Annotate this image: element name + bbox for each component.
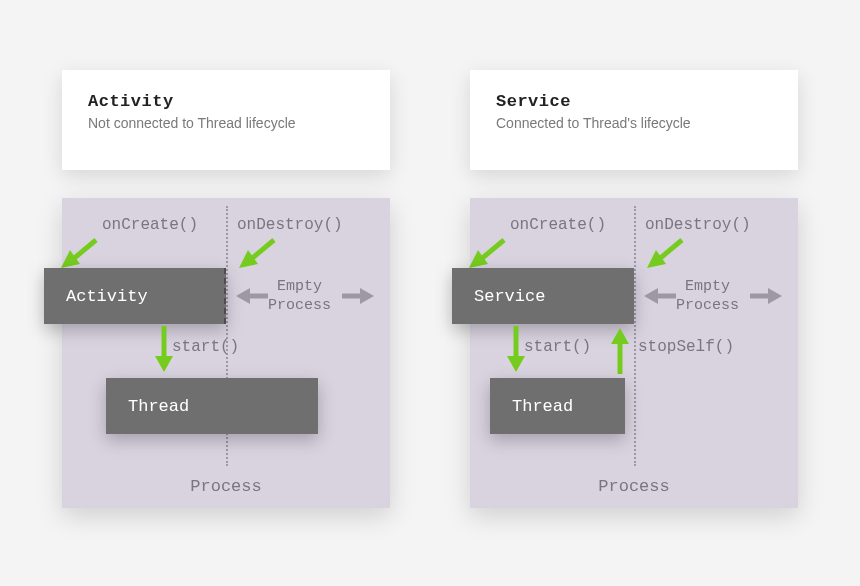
svg-line-0 [72,240,96,260]
service-box: Service [452,268,634,324]
thread-box-label: Thread [128,397,189,416]
svg-line-2 [250,240,274,260]
ondestroy-label: onDestroy() [237,216,343,234]
activity-panel: Activity Not connected to Thread lifecyc… [62,70,390,170]
service-diagram: onCreate() onDestroy() Service Empty Pro… [470,198,798,508]
arrow-right-gray-icon [340,284,376,308]
svg-marker-17 [768,288,782,304]
empty-process-label: Empty Process [676,278,739,316]
activity-diagram: onCreate() onDestroy() Activity Empty Pr… [62,198,390,508]
service-box-label: Service [474,287,545,306]
arrow-left-gray-icon [642,284,678,308]
thread-box: Thread [106,378,318,434]
arrow-left-gray-icon [234,284,270,308]
svg-marker-5 [236,288,250,304]
arrow-right-gray-icon [748,284,784,308]
empty-process-label: Empty Process [268,278,331,316]
activity-panel-subtitle: Not connected to Thread lifecycle [88,115,364,131]
service-panel-title: Service [496,92,772,111]
svg-marker-15 [644,288,658,304]
start-label: start() [172,338,239,356]
activity-box: Activity [44,268,226,324]
arrow-stopself-icon [608,324,632,376]
svg-line-12 [658,240,682,260]
activity-box-label: Activity [66,287,148,306]
oncreate-label: onCreate() [102,216,198,234]
svg-marker-19 [507,356,525,372]
svg-marker-21 [611,328,629,344]
thread-box-label: Thread [512,397,573,416]
arrow-ondestroy-icon [234,234,284,274]
lifecycle-divider [634,206,636,466]
thread-box: Thread [490,378,625,434]
arrow-ondestroy-icon [642,234,692,274]
stopself-label: stopSelf() [638,338,734,356]
activity-panel-title: Activity [88,92,364,111]
ondestroy-label: onDestroy() [645,216,751,234]
service-panel-subtitle: Connected to Thread's lifecycle [496,115,772,131]
start-label: start() [524,338,591,356]
oncreate-label: onCreate() [510,216,606,234]
process-label: Process [470,477,798,496]
svg-marker-9 [155,356,173,372]
service-panel: Service Connected to Thread's lifecycle [470,70,798,170]
svg-line-10 [480,240,504,260]
svg-marker-7 [360,288,374,304]
process-label: Process [62,477,390,496]
